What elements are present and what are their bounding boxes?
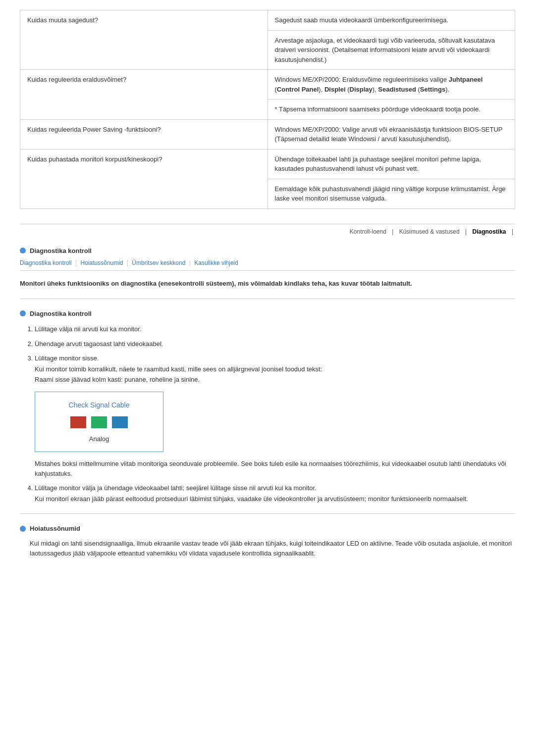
faq-answer: Arvestage asjaoluga, et videokaardi tugi…: [268, 30, 515, 70]
faq-row: Kuidas muuta sagedust?Sagedust saab muut…: [20, 10, 515, 31]
divider-1: [20, 299, 515, 299]
faq-table: Kuidas muuta sagedust?Sagedust saab muut…: [20, 10, 515, 209]
faq-question: Kuidas reguleerida Power Saving -funktsi…: [20, 119, 268, 149]
hoiatused-section: Hoiatussõnumid Kui midagi on lahti sisen…: [20, 524, 515, 559]
signal-cable-title: Check Signal Cable: [50, 400, 148, 410]
sub-nav-umbritsev[interactable]: Ümbritsev keskkond: [132, 259, 185, 266]
sub-nav-sep-2: |: [127, 259, 130, 266]
signal-color-squares: [50, 416, 148, 428]
diagnostika-steps: Lülitage välja nii arvuti kui ka monitor…: [20, 324, 515, 504]
diagnostika-sub-heading: Diagnostika kontroll: [30, 309, 92, 319]
signal-square-red: [70, 416, 86, 428]
diagnostika-heading: Diagnostika kontroll: [20, 246, 515, 256]
hoiatused-text: Kui midagi on lahti sisendsignaalliga, i…: [20, 539, 515, 559]
signal-square-blue: [112, 416, 128, 428]
step-item: Ühendage arvuti tagaosast lahti videokaa…: [35, 339, 515, 349]
sub-nav-sep-3: |: [189, 259, 192, 266]
nav-sep-1: |: [392, 228, 393, 235]
divider-2: [20, 513, 515, 514]
diagnostika-intro: Monitori üheks funktsiooniks on diagnost…: [20, 279, 515, 289]
signal-box-note: Mistahes boksi mitteilmumine viitab moni…: [35, 459, 515, 478]
faq-answer: Eemaldage kõik puhastusvahendi jäägid ni…: [268, 179, 515, 208]
nav-item-kysimused[interactable]: Küsimused & vastused: [399, 228, 460, 235]
step-item: Lülitage monitor sisse.Kui monitor toimi…: [35, 353, 515, 478]
sub-nav-diagnostika[interactable]: Diagnostika kontroll: [20, 259, 72, 266]
faq-row: Kuidas reguleerida eraldusvõimet?Windows…: [20, 70, 515, 100]
step-item: Lülitage välja nii arvuti kui ka monitor…: [35, 324, 515, 334]
diagnostika-section: Diagnostika kontroll Diagnostika kontrol…: [20, 246, 515, 504]
faq-answer: Ühendage toitekaabel lahti ja puhastage …: [268, 149, 515, 179]
faq-question: Kuidas reguleerida eraldusvõimet?: [20, 70, 268, 120]
step-item: Lülitage monitor välja ja ühendage video…: [35, 483, 515, 504]
diagnostika-dot-icon: [20, 248, 26, 253]
signal-cable-box: Check Signal CableAnalog: [35, 392, 163, 453]
signal-box-wrapper: Check Signal CableAnalog: [35, 392, 515, 453]
faq-question: Kuidas puhastada monitori korpust/kinesk…: [20, 149, 268, 208]
hoiatused-title: Hoiatussõnumid: [30, 524, 80, 534]
nav-sep-3: |: [512, 228, 513, 235]
diagnostika-sub-dot-icon: [20, 310, 26, 316]
faq-row: Kuidas reguleerida Power Saving -funktsi…: [20, 119, 515, 149]
faq-question: Kuidas muuta sagedust?: [20, 10, 268, 70]
hoiatused-heading: Hoiatussõnumid: [20, 524, 515, 534]
nav-sep-2: |: [465, 228, 467, 235]
signal-analog-label: Analog: [50, 434, 148, 444]
diagnostika-title: Diagnostika kontroll: [30, 246, 92, 256]
sub-nav-kasulikke[interactable]: Kasulikke vihjeid: [194, 259, 238, 266]
hoiatused-dot-icon: [20, 526, 26, 532]
faq-answer: Windows ME/XP/2000: Eraldusvõime regulee…: [268, 70, 515, 100]
diagnostika-sub-heading-wrap: Diagnostika kontroll: [20, 309, 515, 319]
nav-item-diagnostika[interactable]: Diagnostika: [473, 228, 506, 235]
step-sub-text: Raami sisse jäävad kolm kasti: punane, r…: [35, 375, 515, 385]
diagnostika-sub-nav: Diagnostika kontroll | Hoiatussõnumid | …: [20, 258, 515, 271]
nav-breadcrumb: Kontroll-loend | Küsimused & vastused | …: [20, 224, 515, 236]
faq-answer: * Täpsema informatsiooni saamiseks pöörd…: [268, 100, 515, 120]
step-sub-text: Kui monitor toimib korralikult, näete te…: [35, 364, 515, 374]
nav-item-kontroll[interactable]: Kontroll-loend: [350, 228, 386, 235]
signal-square-green: [91, 416, 107, 428]
faq-answer: Sagedust saab muuta videokaardi ümberkon…: [268, 10, 515, 31]
faq-row: Kuidas puhastada monitori korpust/kinesk…: [20, 149, 515, 179]
sub-nav-sep-1: |: [75, 259, 78, 266]
sub-nav-hoiatused[interactable]: Hoiatussõnumid: [81, 259, 123, 266]
faq-answer: Windows ME/XP/2000: Valige arvuti või ek…: [268, 119, 515, 149]
step-sub-text: Kui monitori ekraan jääb pärast eeltoodu…: [35, 494, 515, 504]
